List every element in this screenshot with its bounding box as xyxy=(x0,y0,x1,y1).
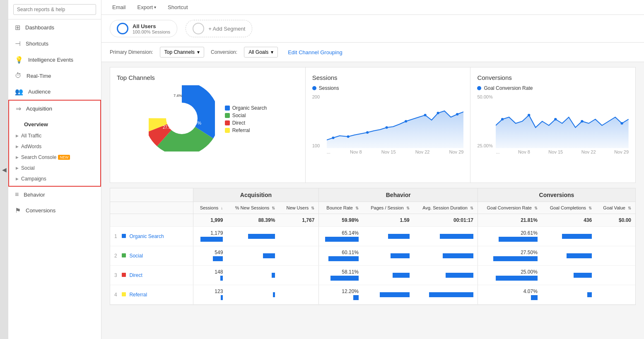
sidebar-item-realtime[interactable]: ⏱ Real-Time xyxy=(8,68,101,84)
sidebar-item-shortcuts[interactable]: ⊣ Shortcuts xyxy=(8,36,101,52)
bounce-rate-val-3: 58.11% xyxy=(319,266,363,285)
sidebar-item-conversions[interactable]: ⚑ Conversions xyxy=(8,202,101,219)
svg-point-13 xyxy=(424,114,426,116)
dropdown-arrow-icon: ▾ xyxy=(197,49,200,55)
export-button[interactable]: Export ▾ xyxy=(135,2,159,12)
dashboards-icon: ⊞ xyxy=(15,24,20,31)
sessions-chart: Sessions Sessions 200 100 xyxy=(306,67,471,183)
goal-completions-header[interactable]: Goal Completions ⇅ xyxy=(542,202,596,214)
row-num-3: 3 xyxy=(114,272,117,278)
channel-link-direct[interactable]: Direct xyxy=(129,272,142,278)
sidebar-collapse-btn[interactable]: ◀ xyxy=(0,0,8,339)
total-goal-completions: 436 xyxy=(542,214,596,227)
triangle-icon: ▶ xyxy=(16,177,19,181)
sidebar-item-audience[interactable]: 👥 Audience xyxy=(8,84,101,100)
all-users-segment[interactable]: All Users 100.00% Sessions xyxy=(110,20,177,37)
table-body: 1,999 88.39% 1,767 59.98% 1.59 00:01:17 … xyxy=(110,214,635,305)
row-num-4: 4 xyxy=(114,292,117,298)
sidebar-item-label: Real-Time xyxy=(27,73,51,79)
svg-point-11 xyxy=(385,126,388,129)
conversions-legend: Goal Conversion Rate xyxy=(477,85,629,91)
bounce-rate-val-1: 65.14% xyxy=(319,227,363,246)
sessions-line-svg xyxy=(327,94,464,148)
sessions-val-2: 549 xyxy=(193,246,227,266)
bounce-rate-val-4: 12.20% xyxy=(319,285,363,305)
total-new-users: 1,767 xyxy=(279,214,319,227)
sessions-val-1: 1,179 xyxy=(193,227,227,246)
intelligence-icon: 💡 xyxy=(15,56,23,64)
sidebar-item-label: Dashboards xyxy=(25,24,54,31)
top-channels-dropdown[interactable]: Top Channels ▾ xyxy=(160,47,204,58)
acquisition-icon: ⇒ xyxy=(16,105,21,113)
sidebar-item-label: Acquisition xyxy=(26,106,52,112)
shortcut-button[interactable]: Shortcut xyxy=(165,2,190,12)
total-bounce-rate: 59.98% xyxy=(319,214,363,227)
sidebar-sub-searchconsole[interactable]: ▶ Search Console NEW xyxy=(9,152,100,163)
new-users-val-3 xyxy=(279,266,319,285)
email-button[interactable]: Email xyxy=(110,2,128,12)
row-num-1: 1 xyxy=(114,233,117,239)
dimension-bar: Primary Dimension: Top Channels ▾ Conver… xyxy=(101,43,644,62)
color-square-direct xyxy=(122,273,126,277)
export-arrow-icon: ▾ xyxy=(154,5,156,10)
pie-container: 59% 27.5% 7.4% Organic Search Social xyxy=(117,85,299,153)
dropdown-arrow-icon: ▾ xyxy=(271,49,273,55)
svg-point-9 xyxy=(347,135,349,138)
avg-duration-header[interactable]: Avg. Session Duration ⇅ xyxy=(414,202,478,214)
goal-conv-rate-header[interactable]: Goal Conversion Rate ⇅ xyxy=(478,202,542,214)
color-square-social xyxy=(122,253,126,257)
color-square-referral xyxy=(122,292,126,296)
pie-chart: 59% 27.5% 7.4% xyxy=(149,85,215,153)
sort-arrow-icon: ↓ xyxy=(221,206,223,210)
sidebar-sub-social[interactable]: ▶ Social xyxy=(9,163,100,173)
sidebar-sub-overview[interactable]: Overview xyxy=(9,118,100,130)
legend-dot-referral xyxy=(225,128,230,133)
bounce-rate-header[interactable]: Bounce Rate ⇅ xyxy=(319,202,363,214)
legend-organic: Organic Search xyxy=(225,105,267,111)
all-goals-dropdown[interactable]: All Goals ▾ xyxy=(244,47,278,58)
acquisition-submenu: Overview ▶ All Traffic ▶ AdWords ▶ Searc… xyxy=(9,117,100,186)
total-avg-duration: 00:01:17 xyxy=(414,214,478,227)
new-badge: NEW xyxy=(58,155,70,160)
goal-conv-val-3: 25.00% xyxy=(478,266,542,285)
sidebar-item-intelligence[interactable]: 💡 Intelligence Events xyxy=(8,52,101,68)
goal-value-header[interactable]: Goal Value ⇅ xyxy=(596,202,635,214)
conversions-chart-title: Conversions xyxy=(477,74,629,81)
sessions-header[interactable]: Sessions ↓ xyxy=(193,202,227,214)
pct-new-val-4 xyxy=(227,285,279,305)
conversions-legend-label: Goal Conversion Rate xyxy=(484,85,533,91)
add-segment-button[interactable]: + Add Segment xyxy=(186,20,252,37)
channel-cell-2: 2 Social xyxy=(110,246,193,266)
pct-new-header[interactable]: % New Sessions ⇅ xyxy=(227,202,279,214)
y-label-50pct: 50.00% xyxy=(477,94,492,99)
totals-row: 1,999 88.39% 1,767 59.98% 1.59 00:01:17 … xyxy=(110,214,635,227)
sidebar-item-acquisition[interactable]: ⇒ Acquisition xyxy=(9,101,100,117)
svg-point-12 xyxy=(405,120,407,123)
sidebar-item-behavior[interactable]: ≡ Behavior xyxy=(8,187,101,202)
main-content: Email Export ▾ Shortcut All Users 100.00… xyxy=(101,0,644,339)
sidebar-item-dashboards[interactable]: ⊞ Dashboards xyxy=(8,19,101,36)
new-users-header[interactable]: New Users ⇅ xyxy=(279,202,319,214)
search-input[interactable] xyxy=(13,4,96,15)
conversions-dot xyxy=(477,86,481,90)
table-row: 2 Social 549 60.11% xyxy=(110,246,635,266)
pages-session-header[interactable]: Pages / Session ⇅ xyxy=(363,202,414,214)
segment-sub: 100.00% Sessions xyxy=(133,29,170,34)
channel-cell-3: 3 Direct xyxy=(110,266,193,285)
legend-label-social: Social xyxy=(232,113,246,118)
channel-link-organic[interactable]: Organic Search xyxy=(129,233,164,239)
total-sessions: 1,999 xyxy=(193,214,227,227)
top-channels-chart: Top Channels xyxy=(110,67,306,183)
sort-icon: ⇅ xyxy=(272,206,275,210)
pct-new-val-2 xyxy=(227,246,279,266)
channel-link-social[interactable]: Social xyxy=(129,253,143,259)
channel-link-referral[interactable]: Referral xyxy=(129,292,147,298)
sidebar-sub-adwords[interactable]: ▶ AdWords xyxy=(9,141,100,152)
edit-channel-grouping-link[interactable]: Edit Channel Grouping xyxy=(288,49,343,55)
sidebar-sub-alltraffic[interactable]: ▶ All Traffic xyxy=(9,130,100,141)
shortcuts-icon: ⊣ xyxy=(15,40,21,48)
sidebar-sub-campaigns[interactable]: ▶ Campaigns xyxy=(9,173,100,184)
segment-label: All Users xyxy=(133,23,170,29)
behavior-group-header: Behavior xyxy=(319,188,478,202)
conversion-label: Conversion: xyxy=(211,49,237,55)
